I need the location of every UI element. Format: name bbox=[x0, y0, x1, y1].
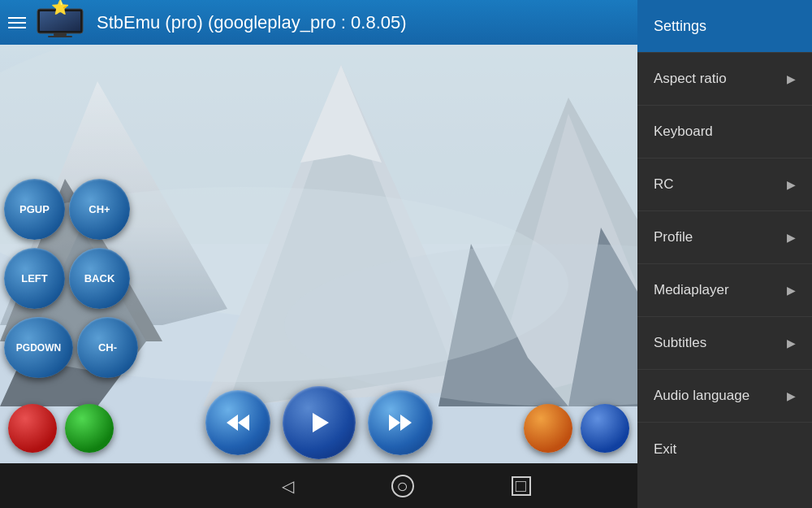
svg-marker-25 bbox=[313, 413, 329, 432]
ch-minus-button[interactable]: CH- bbox=[77, 317, 138, 378]
chevron-right-icon-subtitles: ▶ bbox=[787, 336, 796, 350]
pgup-button[interactable]: PGUP bbox=[4, 179, 65, 240]
menu-item-aspect-ratio[interactable]: Aspect ratio ▶ bbox=[637, 53, 812, 106]
left-button[interactable]: LEFT bbox=[4, 248, 65, 309]
ch-plus-button[interactable]: CH+ bbox=[69, 179, 130, 240]
back-button[interactable]: BACK bbox=[69, 248, 130, 309]
menu-item-rc[interactable]: RC ▶ bbox=[637, 158, 812, 211]
menu-item-audio-language[interactable]: Audio language ▶ bbox=[637, 370, 812, 423]
menu-item-mediaplayer-label: Mediaplayer bbox=[654, 282, 729, 298]
chevron-right-icon-audio: ▶ bbox=[787, 389, 796, 402]
chevron-right-icon-mediaplayer: ▶ bbox=[787, 284, 796, 297]
menu-item-keyboard-label: Keyboard bbox=[654, 124, 713, 140]
svg-marker-26 bbox=[389, 415, 400, 431]
menu-item-audio-language-label: Audio language bbox=[654, 388, 749, 404]
app-header: ⭐ StbEmu (pro) (googleplay_pro : 0.8.05) bbox=[0, 0, 637, 45]
star-badge: ⭐ bbox=[51, 0, 69, 16]
recent-nav-button[interactable]: □ bbox=[512, 476, 531, 496]
play-button[interactable] bbox=[283, 386, 356, 459]
chevron-right-icon: ▶ bbox=[787, 72, 796, 85]
svg-marker-27 bbox=[400, 415, 412, 431]
menu-button[interactable] bbox=[8, 17, 26, 28]
svg-marker-23 bbox=[227, 415, 238, 431]
menu-item-exit[interactable]: Exit bbox=[637, 423, 812, 475]
svg-marker-24 bbox=[238, 415, 249, 431]
menu-item-settings-label: Settings bbox=[654, 18, 706, 35]
pgdown-button[interactable]: PGDOWN bbox=[4, 317, 73, 378]
app-logo: ⭐ bbox=[36, 5, 84, 41]
home-nav-button[interactable]: ○ bbox=[391, 475, 414, 497]
orange-button[interactable] bbox=[524, 404, 572, 453]
menu-item-profile-label: Profile bbox=[654, 229, 693, 245]
menu-item-subtitles[interactable]: Subtitles ▶ bbox=[637, 317, 812, 370]
menu-item-exit-label: Exit bbox=[654, 441, 676, 458]
menu-item-keyboard[interactable]: Keyboard bbox=[637, 106, 812, 158]
forward-button[interactable] bbox=[368, 390, 433, 455]
chevron-right-icon-rc: ▶ bbox=[787, 178, 796, 191]
nav-buttons-panel: PGUP CH+ LEFT BACK PGDOWN CH- bbox=[0, 179, 138, 378]
color-buttons-right bbox=[524, 404, 629, 453]
chevron-right-icon-profile: ▶ bbox=[787, 231, 796, 244]
menu-item-settings[interactable]: Settings bbox=[637, 0, 812, 53]
blue-color-button[interactable] bbox=[581, 404, 629, 453]
menu-item-mediaplayer[interactable]: Mediaplayer ▶ bbox=[637, 264, 812, 317]
rewind-button[interactable] bbox=[205, 390, 270, 455]
svg-rect-22 bbox=[48, 36, 72, 37]
menu-item-aspect-ratio-label: Aspect ratio bbox=[654, 71, 727, 87]
svg-rect-21 bbox=[54, 33, 67, 36]
menu-item-subtitles-label: Subtitles bbox=[654, 335, 706, 351]
menu-item-profile[interactable]: Profile ▶ bbox=[637, 211, 812, 264]
menu-item-rc-label: RC bbox=[654, 176, 674, 193]
back-nav-button[interactable]: ◁ bbox=[282, 476, 294, 496]
context-menu: Settings Aspect ratio ▶ Keyboard RC ▶ Pr… bbox=[637, 0, 812, 508]
app-title: StbEmu (pro) (googleplay_pro : 0.8.05) bbox=[97, 12, 407, 33]
